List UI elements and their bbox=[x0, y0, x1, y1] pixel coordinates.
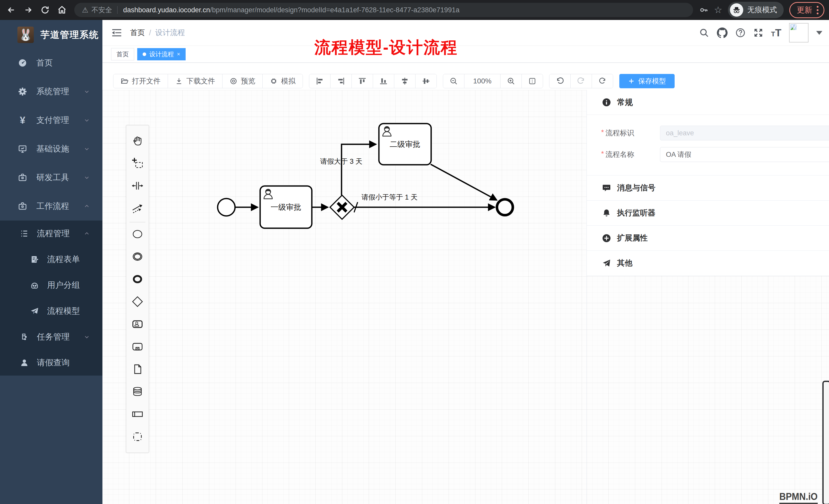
zoom-in-icon[interactable] bbox=[501, 74, 522, 88]
sidebar-item-user-group[interactable]: 用户分组 bbox=[0, 272, 102, 298]
tree-icon bbox=[20, 333, 29, 341]
simulate-label: 模拟 bbox=[281, 76, 295, 86]
preview-button[interactable]: 预览 bbox=[222, 74, 263, 88]
key-icon[interactable] bbox=[699, 5, 709, 14]
align-hcenter-icon[interactable] bbox=[394, 74, 416, 88]
address-bar[interactable]: ⚠ 不安全 dashboard.yudao.iocoder.cn /bpm/ma… bbox=[74, 3, 693, 17]
sidebar-item-label: 支付管理 bbox=[36, 115, 69, 126]
tab-label: 设计流程 bbox=[149, 50, 174, 58]
sidebar-item-workflow[interactable]: 工作流程 bbox=[0, 192, 102, 221]
general-fields: * 流程标识 * 流程名称 bbox=[587, 115, 829, 176]
sidebar-item-process-form[interactable]: 流程表单 bbox=[0, 246, 102, 272]
section-execution-listeners[interactable]: 执行监听器 bbox=[587, 201, 829, 226]
align-top-icon[interactable] bbox=[352, 74, 373, 88]
home-icon[interactable] bbox=[56, 4, 68, 15]
align-right-icon[interactable] bbox=[330, 74, 352, 88]
sidebar-item-label: 流程表单 bbox=[47, 254, 80, 265]
process-key-input[interactable] bbox=[660, 126, 829, 141]
sidebar-item-devtools[interactable]: 研发工具 bbox=[0, 163, 102, 192]
field-process-name: * 流程名称 bbox=[587, 147, 829, 162]
tab-design-process[interactable]: 设计流程 × bbox=[137, 48, 186, 61]
simulate-button[interactable]: 模拟 bbox=[263, 74, 302, 88]
security-label[interactable]: 不安全 bbox=[92, 5, 112, 14]
close-icon[interactable]: × bbox=[177, 51, 180, 57]
exclusive-gateway[interactable] bbox=[330, 195, 354, 219]
sidebar-item-process-mgmt[interactable]: 流程管理 bbox=[0, 221, 102, 246]
download-file-button[interactable]: 下载文件 bbox=[168, 74, 222, 88]
forward-icon[interactable] bbox=[23, 4, 34, 15]
browser-chrome: ⚠ 不安全 dashboard.yudao.iocoder.cn /bpm/ma… bbox=[0, 0, 829, 20]
sidebar-item-label: 研发工具 bbox=[36, 172, 69, 183]
align-button-group bbox=[309, 74, 437, 88]
page-annotation: 流程模型-设计流程 bbox=[314, 36, 458, 59]
user-task-level2[interactable]: 二级审批 bbox=[379, 124, 431, 165]
scrollbar[interactable] bbox=[822, 381, 829, 504]
app-header: 首页 / 设计流程 TT bbox=[102, 20, 829, 46]
sidebar-item-label: 任务管理 bbox=[37, 331, 70, 343]
yen-icon: ¥ bbox=[18, 116, 27, 125]
help-icon[interactable] bbox=[735, 28, 746, 38]
preview-label: 预览 bbox=[241, 76, 255, 86]
save-model-button[interactable]: 保存模型 bbox=[619, 74, 675, 88]
flow-label-greater[interactable]: 请假大于 3 天 bbox=[320, 158, 362, 165]
process-name-input[interactable] bbox=[660, 147, 829, 162]
bookmark-star-icon[interactable]: ☆ bbox=[714, 5, 722, 14]
sidebar-fold-icon[interactable] bbox=[111, 27, 122, 38]
reload-icon[interactable] bbox=[39, 4, 51, 15]
gear-icon bbox=[18, 87, 27, 96]
align-vcenter-icon[interactable] bbox=[416, 74, 436, 88]
zoom-reset-icon[interactable] bbox=[522, 74, 543, 88]
zoom-out-icon[interactable] bbox=[443, 74, 464, 88]
sidebar-item-label: 工作流程 bbox=[36, 201, 69, 212]
sidebar-item-process-model[interactable]: 流程模型 bbox=[0, 298, 102, 324]
section-label: 消息与信号 bbox=[617, 183, 655, 193]
end-event[interactable] bbox=[497, 199, 513, 215]
chevron-down-icon bbox=[84, 89, 89, 94]
sidebar-item-infra[interactable]: 基础设施 bbox=[0, 134, 102, 163]
flow-task2-to-end[interactable] bbox=[431, 164, 497, 200]
bpmn-diagram[interactable]: 请假大于 3 天 请假小于等于 1 天 一级审批 二级审批 bbox=[102, 90, 586, 504]
section-label: 扩展属性 bbox=[617, 233, 648, 243]
flow-label-less-equal[interactable]: 请假小于等于 1 天 bbox=[361, 193, 418, 201]
update-button[interactable]: 更新 bbox=[789, 2, 824, 18]
section-extended-attributes[interactable]: 扩展属性 bbox=[587, 226, 829, 251]
active-tab-dot bbox=[143, 52, 146, 56]
tab-home[interactable]: 首页 bbox=[111, 48, 134, 61]
sidebar-item-home[interactable]: 首页 bbox=[0, 49, 102, 77]
sidebar-item-task-mgmt[interactable]: 任务管理 bbox=[0, 324, 102, 350]
browser-menu-icon[interactable] bbox=[817, 6, 819, 14]
undo-icon[interactable] bbox=[549, 74, 571, 88]
sidebar-item-label: 流程模型 bbox=[47, 306, 80, 317]
search-icon[interactable] bbox=[699, 28, 709, 38]
sidebar-item-label: 系统管理 bbox=[36, 86, 69, 97]
align-left-icon[interactable] bbox=[309, 74, 330, 88]
dropdown-caret-icon[interactable] bbox=[816, 31, 822, 35]
sidebar-item-leave-query[interactable]: 请假查询 bbox=[0, 350, 102, 376]
bpmn-io-watermark[interactable]: BPMN.iO bbox=[779, 491, 818, 504]
breadcrumb-home[interactable]: 首页 bbox=[130, 28, 145, 38]
section-other[interactable]: 其他 bbox=[587, 251, 829, 276]
redo-icon[interactable] bbox=[571, 74, 592, 88]
message-icon bbox=[602, 184, 611, 192]
user-group-icon bbox=[30, 281, 39, 289]
incognito-icon bbox=[730, 3, 743, 16]
sidebar-item-payment[interactable]: ¥ 支付管理 bbox=[0, 106, 102, 134]
breadcrumb-separator: / bbox=[149, 29, 151, 37]
restart-icon[interactable] bbox=[592, 74, 613, 88]
save-model-label: 保存模型 bbox=[638, 77, 666, 86]
section-messages-signals[interactable]: 消息与信号 bbox=[587, 176, 829, 201]
section-general[interactable]: 常规 bbox=[587, 90, 829, 115]
chevron-down-icon bbox=[84, 334, 89, 340]
update-label[interactable]: 更新 bbox=[797, 5, 812, 15]
start-event[interactable] bbox=[218, 198, 235, 216]
avatar[interactable] bbox=[789, 23, 808, 42]
sidebar-item-system[interactable]: 系统管理 bbox=[0, 77, 102, 106]
open-file-button[interactable]: 打开文件 bbox=[113, 74, 168, 88]
back-icon[interactable] bbox=[6, 4, 17, 15]
font-size-icon[interactable]: TT bbox=[771, 27, 781, 39]
align-bottom-icon[interactable] bbox=[373, 74, 394, 88]
flow-gateway-to-task2[interactable] bbox=[341, 144, 376, 195]
fullscreen-icon[interactable] bbox=[753, 28, 763, 38]
github-icon[interactable] bbox=[717, 27, 728, 38]
user-task-level1[interactable]: 一级审批 bbox=[260, 186, 312, 228]
